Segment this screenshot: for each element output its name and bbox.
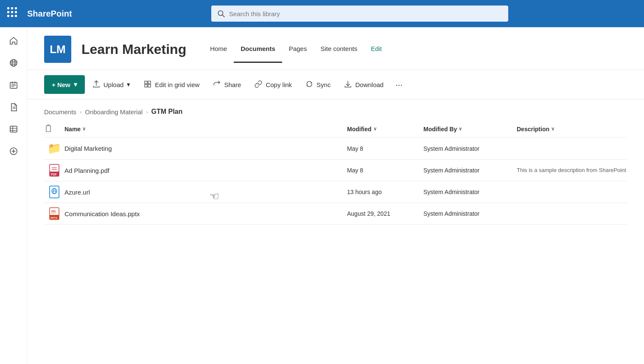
sidebar-item-document[interactable]: [3, 97, 24, 117]
col-modified-header[interactable]: Modified ∨: [347, 126, 423, 133]
table-row[interactable]: PPTX Communication Ideas.pptx August 29,…: [44, 203, 627, 225]
sidebar-item-news[interactable]: [3, 75, 24, 95]
share-label: Share: [224, 81, 241, 88]
edit-grid-view-button[interactable]: Edit in grid view: [138, 75, 205, 94]
file-name: Azure.url: [64, 189, 347, 196]
copy-link-label: Copy link: [266, 81, 292, 88]
file-modified-by: System Administrator: [423, 145, 517, 152]
more-button[interactable]: ···: [391, 75, 407, 94]
share-icon: [213, 80, 221, 89]
nav-item-pages[interactable]: Pages: [282, 36, 314, 63]
search-bar[interactable]: [211, 6, 508, 22]
app-name[interactable]: SharePoint: [27, 9, 72, 19]
site-nav: Home Documents Pages Site contents Edit: [203, 36, 389, 63]
sidebar-item-add[interactable]: [3, 141, 24, 161]
breadcrumb: Documents › Onboarding Material › GTM Pl…: [27, 99, 644, 121]
folder-icon: 📁: [44, 142, 64, 155]
svg-rect-22: [145, 85, 147, 87]
col-modified-by-header[interactable]: Modified By ∨: [423, 126, 517, 133]
name-sort-icon: ∨: [82, 126, 86, 132]
svg-text:PDF: PDF: [51, 173, 57, 176]
new-chevron-icon: ▾: [74, 81, 77, 88]
copy-link-icon: [255, 80, 262, 89]
more-icon: ···: [395, 80, 403, 90]
nav-item-documents[interactable]: Documents: [234, 36, 282, 63]
file-modified: May 8: [347, 167, 423, 174]
file-list-header: Name ∨ Modified ∨ Modified By ∨ Descript…: [44, 121, 627, 138]
content-area: LM Learn Marketing Home Documents Pages …: [27, 27, 644, 364]
modified-sort-icon: ∨: [373, 126, 377, 132]
copy-link-button[interactable]: Copy link: [249, 75, 298, 94]
search-input[interactable]: [229, 10, 502, 17]
file-list: Name ∨ Modified ∨ Modified By ∨ Descript…: [27, 121, 644, 225]
sidebar: [0, 27, 27, 364]
new-label: + New: [52, 81, 70, 88]
grid-icon: [144, 80, 151, 89]
upload-label: Upload: [104, 81, 124, 88]
file-modified: 13 hours ago: [347, 189, 423, 195]
table-row[interactable]: 📁 Digital Marketing May 8 System Adminis…: [44, 138, 627, 160]
sync-icon: [305, 80, 313, 89]
svg-rect-13: [10, 126, 17, 132]
search-icon: [217, 10, 225, 17]
svg-rect-20: [145, 81, 147, 84]
top-bar: SharePoint: [0, 0, 644, 27]
upload-chevron-icon: ▾: [127, 81, 130, 88]
breadcrumb-onboarding[interactable]: Onboarding Material: [85, 108, 143, 116]
file-modified: May 8: [347, 145, 423, 152]
file-modified-by: System Administrator: [423, 210, 517, 217]
sidebar-item-globe[interactable]: [3, 53, 24, 73]
breadcrumb-sep-2: ›: [146, 109, 148, 115]
file-name: Ad Planning.pdf: [64, 167, 347, 174]
sidebar-item-list[interactable]: [3, 119, 24, 139]
file-name: Digital Marketing: [64, 145, 347, 152]
pptx-icon: PPTX: [44, 207, 64, 220]
site-logo: LM: [44, 36, 71, 63]
description-sort-icon: ∨: [551, 126, 554, 132]
waffle-icon[interactable]: [7, 7, 20, 20]
file-modified-by: System Administrator: [423, 167, 517, 174]
file-modified-by: System Administrator: [423, 189, 517, 195]
breadcrumb-sep-1: ›: [80, 109, 81, 115]
file-name: Communication Ideas.pptx: [64, 210, 347, 217]
nav-item-edit[interactable]: Edit: [364, 36, 389, 63]
file-description: This is a sample description from ShareP…: [517, 166, 627, 174]
download-label: Download: [355, 81, 384, 88]
svg-rect-21: [148, 81, 151, 84]
nav-item-home[interactable]: Home: [203, 36, 234, 63]
edit-grid-label: Edit in grid view: [155, 81, 199, 88]
col-name-header[interactable]: Name ∨: [64, 126, 347, 133]
col-description-header[interactable]: Description ∨: [517, 126, 627, 133]
table-row[interactable]: Azure.url 13 hours ago System Administra…: [44, 181, 627, 203]
sidebar-item-home[interactable]: [3, 31, 24, 51]
sync-label: Sync: [316, 81, 330, 88]
download-icon: [344, 80, 352, 89]
toolbar: + New ▾ Upload ▾: [27, 70, 644, 99]
nav-item-site-contents[interactable]: Site contents: [314, 36, 364, 63]
modified-by-sort-icon: ∨: [459, 126, 462, 132]
svg-rect-36: [51, 210, 56, 214]
svg-text:PPTX: PPTX: [50, 217, 57, 219]
table-row[interactable]: PDF Ad Planning.pdf May 8 System Adminis…: [44, 160, 627, 181]
site-header: LM Learn Marketing Home Documents Pages …: [27, 27, 644, 70]
col-icon-header: [44, 124, 64, 134]
pdf-icon: PDF: [44, 164, 64, 177]
new-button[interactable]: + New ▾: [44, 75, 85, 94]
svg-line-1: [222, 15, 224, 17]
download-button[interactable]: Download: [338, 75, 389, 94]
file-modified: August 29, 2021: [347, 210, 423, 217]
share-button[interactable]: Share: [207, 75, 247, 94]
upload-button[interactable]: Upload ▾: [87, 75, 137, 94]
breadcrumb-documents[interactable]: Documents: [44, 108, 76, 116]
sync-button[interactable]: Sync: [300, 75, 336, 94]
svg-rect-23: [148, 85, 151, 87]
site-title: Learn Marketing: [81, 42, 186, 57]
main-layout: LM Learn Marketing Home Documents Pages …: [0, 27, 644, 364]
upload-icon: [92, 80, 100, 89]
url-icon: [44, 186, 64, 198]
breadcrumb-current: GTM Plan: [151, 108, 182, 116]
svg-rect-29: [50, 186, 59, 198]
